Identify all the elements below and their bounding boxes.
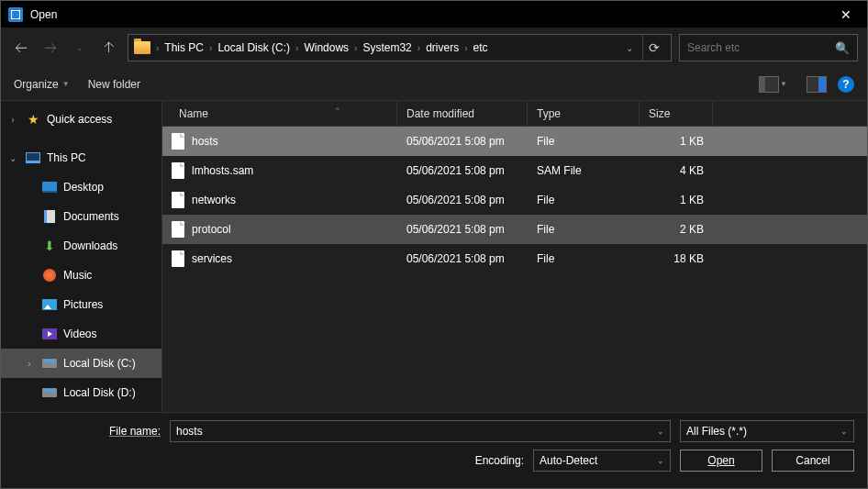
file-size-cell: 4 KB [640,164,713,177]
back-button[interactable]: 🡠 [10,37,32,59]
search-input[interactable] [687,41,835,54]
sort-indicator-icon: ⌃ [334,106,341,116]
breadcrumb[interactable]: Local Disk (C:) [217,41,290,54]
toolbar: Organize ▼ New folder ▼ ? [1,68,867,101]
chevron-right-icon: › [464,43,467,53]
help-button[interactable]: ? [838,76,854,93]
documents-icon [44,210,55,223]
sidebar: › ★ Quick access ⌄ This PC Desktop Docum… [1,101,162,412]
search-icon[interactable]: 🔍 [835,41,850,55]
sidebar-item-label: Local Disk (D:) [63,386,136,399]
file-row[interactable]: networks05/06/2021 5:08 pmFile1 KB [162,185,867,215]
cancel-button[interactable]: Cancel [772,450,854,472]
column-size[interactable]: Size [640,101,713,126]
nav-row: 🡠 🡢 ⌄ 🡡 › This PC › Local Disk (C:) › Wi… [1,28,867,68]
breadcrumb[interactable]: etc [473,41,488,54]
breadcrumb[interactable]: This PC [164,41,204,54]
filter-value: All Files (*.*) [686,425,747,438]
file-icon [172,162,184,179]
sidebar-item-desktop[interactable]: Desktop [1,172,161,202]
file-type-cell: File [528,252,640,265]
collapse-icon[interactable]: ⌄ [6,153,19,163]
file-row[interactable]: lmhosts.sam05/06/2021 5:08 pmSAM File4 K… [162,156,867,185]
organize-button[interactable]: Organize ▼ [14,78,70,91]
sidebar-item-label: Downloads [63,239,117,252]
file-date-cell: 05/06/2021 5:08 pm [397,194,528,206]
address-bar[interactable]: › This PC › Local Disk (C:) › Windows › … [128,34,672,61]
disk-icon [42,388,57,397]
videos-icon [42,328,57,339]
app-icon [8,7,23,22]
file-size-cell: 18 KB [640,252,713,265]
chevron-right-icon: › [209,43,212,53]
filename-label: File name: [14,425,161,438]
file-icon [172,133,184,150]
file-icon [172,192,184,208]
file-date-cell: 05/06/2021 5:08 pm [397,223,528,236]
sidebar-item-label: Desktop [63,181,104,194]
file-name-cell: lmhosts.sam [162,162,397,179]
caret-down-icon: ⌄ [840,427,848,436]
caret-down-icon[interactable]: ⌄ [657,427,664,436]
music-icon [43,269,56,282]
file-row[interactable]: services05/06/2021 5:08 pmFile18 KB [162,244,867,273]
address-dropdown[interactable]: ⌄ [622,43,637,53]
folder-icon [134,41,150,54]
file-name-cell: services [162,250,397,267]
breadcrumb[interactable]: Windows [304,41,349,54]
file-size-cell: 2 KB [640,223,713,236]
file-type-filter[interactable]: All Files (*.*) ⌄ [680,420,854,442]
file-type-cell: File [528,194,640,206]
open-button[interactable]: Open [680,450,762,472]
breadcrumb[interactable]: System32 [362,41,411,54]
sidebar-item-documents[interactable]: Documents [1,202,161,231]
disk-icon [42,359,57,368]
sidebar-item-music[interactable]: Music [1,261,161,290]
column-name[interactable]: Name⌃ [162,101,397,126]
new-folder-button[interactable]: New folder [88,78,140,91]
file-type-cell: File [528,135,640,148]
chevron-right-icon: › [354,43,357,53]
file-icon [172,221,184,238]
star-icon: ★ [25,112,41,127]
search-box[interactable]: 🔍 [679,34,858,61]
pc-icon [26,152,40,163]
encoding-select[interactable]: Auto-Detect ⌄ [533,450,671,472]
refresh-button[interactable]: ⟳ [642,35,665,61]
sidebar-quick-access[interactable]: › ★ Quick access [1,105,161,134]
recent-dropdown[interactable]: ⌄ [69,37,91,59]
file-size-cell: 1 KB [640,194,713,206]
sidebar-item-videos[interactable]: Videos [1,319,161,349]
chevron-right-icon: › [156,43,159,53]
close-button[interactable]: ✕ [832,1,860,28]
file-row[interactable]: hosts05/06/2021 5:08 pmFile1 KB [162,127,867,156]
file-type-cell: File [528,223,640,236]
sidebar-item-pictures[interactable]: Pictures [1,290,161,319]
expand-icon[interactable]: › [23,359,36,369]
sidebar-item-local-disk-d[interactable]: Local Disk (D:) [1,378,161,407]
sidebar-item-local-disk-c[interactable]: › Local Disk (C:) [1,349,161,378]
filename-input[interactable]: hosts ⌄ [170,420,671,442]
file-row[interactable]: protocol05/06/2021 5:08 pmFile2 KB [162,215,867,244]
sidebar-item-downloads[interactable]: ⬇ Downloads [1,231,161,261]
sidebar-item-label: Music [63,269,92,282]
sidebar-this-pc[interactable]: ⌄ This PC [1,143,161,172]
sidebar-item-label: Videos [63,328,96,340]
preview-pane-button[interactable] [807,76,827,93]
sidebar-item-label: Quick access [47,113,112,126]
file-name-cell: hosts [162,133,397,150]
column-date[interactable]: Date modified [397,101,528,126]
file-date-cell: 05/06/2021 5:08 pm [397,164,528,177]
expand-icon[interactable]: › [6,115,19,125]
breadcrumb[interactable]: drivers [426,41,459,54]
file-type-cell: SAM File [528,164,640,177]
forward-button[interactable]: 🡢 [39,37,61,59]
pictures-icon [42,299,57,310]
up-button[interactable]: 🡡 [98,37,120,59]
file-icon [172,250,184,267]
column-type[interactable]: Type [528,101,640,126]
chevron-right-icon: › [295,43,298,53]
encoding-value: Auto-Detect [540,454,597,467]
view-mode-button[interactable]: ▼ [759,76,779,93]
desktop-icon [42,182,57,193]
